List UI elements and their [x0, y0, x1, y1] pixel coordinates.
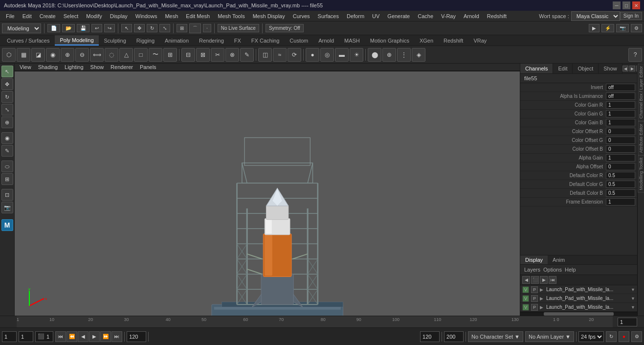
layer-2-name[interactable]: Launch_Pad_with_Missile_la... [546, 296, 629, 301]
offset-icon[interactable]: ⊠ [196, 48, 210, 62]
torus-icon[interactable]: ◎ [320, 48, 334, 62]
lasso-select-button[interactable]: ⬭ [1, 161, 13, 172]
menu-mesh-tools[interactable]: Mesh Tools [214, 12, 248, 20]
workspace-select[interactable]: Maya Classic [571, 11, 620, 21]
uv-editor-icon[interactable]: ⊕ [382, 48, 396, 62]
plane-icon[interactable]: ▬ [335, 48, 349, 62]
undo-button[interactable]: ↩ [91, 24, 102, 32]
snap-curve-button[interactable]: ⌒ [189, 23, 201, 33]
play-back-button[interactable]: ◀ [78, 331, 89, 342]
menu-arnold[interactable]: Arnold [460, 12, 483, 20]
menu-generate[interactable]: Generate [383, 12, 414, 20]
rotate-tool-button[interactable]: ↻ [147, 24, 157, 32]
tab-fx[interactable]: FX [229, 35, 246, 46]
minimize-button[interactable]: ─ [613, 1, 621, 9]
open-file-button[interactable]: 📂 [62, 24, 75, 32]
menu-select[interactable]: Select [60, 12, 83, 20]
timeline-ruler[interactable]: 1 10 20 30 40 50 60 70 80 90 100 110 120… [17, 316, 613, 327]
target-weld-icon[interactable]: ⊗ [225, 48, 239, 62]
attr-val-invert[interactable]: off [606, 84, 635, 91]
fps-select[interactable]: 24 fps [578, 331, 604, 342]
edge-tab-channel[interactable]: Channel Box / Layer Editor [638, 64, 644, 121]
menu-mesh[interactable]: Mesh [161, 12, 182, 20]
end-frame-input[interactable] [127, 331, 146, 342]
tab-fx-caching[interactable]: FX Caching [246, 35, 284, 46]
vp-menu-view[interactable]: View [17, 64, 34, 70]
tab-animation[interactable]: Animation [160, 35, 194, 46]
viewport[interactable]: View Shading Lighting Show Renderer Pane… [15, 64, 520, 316]
deform-icon[interactable]: 〜 [149, 48, 162, 62]
new-file-button[interactable]: 📄 [47, 24, 60, 32]
scale-mode-button[interactable]: ⤡ [1, 104, 13, 115]
layer-3-name[interactable]: Launch_Pad_with_Missile_la... [546, 304, 629, 310]
channels-tab[interactable]: Channels [520, 64, 553, 73]
material-icon[interactable]: ⬤ [368, 48, 381, 62]
maximize-button[interactable]: □ [622, 1, 630, 9]
component-mode-button[interactable]: ⊞ [1, 173, 13, 185]
layer-icon-3[interactable]: ▶ [540, 276, 548, 284]
poly-bridge-icon[interactable]: ▦ [17, 48, 30, 62]
select-mode-button[interactable]: ↖ [1, 66, 13, 77]
no-anim-layer-button[interactable]: No Anim Layer ▼ [525, 331, 574, 342]
menu-cache[interactable]: Cache [414, 12, 437, 20]
mode-select[interactable]: Modeling [2, 23, 41, 33]
poly-bool-icon[interactable]: ◉ [46, 48, 60, 62]
playback-settings-button[interactable]: ⚙ [631, 331, 642, 342]
viewport-scene[interactable]: x y persp [15, 71, 520, 316]
vp-menu-renderer[interactable]: Renderer [108, 64, 136, 70]
layers-subtab[interactable]: Layers [524, 267, 540, 273]
paint-icon[interactable]: ✎ [240, 48, 254, 62]
snap-to-grid-left-button[interactable]: ⊡ [1, 189, 13, 201]
retopo-icon[interactable]: ⟳ [288, 48, 301, 62]
poly-extrude-icon[interactable]: ⬡ [2, 48, 16, 62]
ipr-button[interactable]: ⚡ [601, 24, 614, 32]
snap-grid-button[interactable]: ⊞ [177, 24, 187, 32]
poly-combine-icon[interactable]: ⊕ [61, 48, 74, 62]
poly-quad-icon[interactable]: □ [134, 48, 148, 62]
frame-200-input[interactable] [444, 331, 464, 342]
move-tool-button[interactable]: ✥ [134, 24, 145, 32]
menu-mesh-display[interactable]: Mesh Display [249, 12, 289, 20]
layer-3-v-button[interactable]: V [522, 304, 529, 311]
poly-separate-icon[interactable]: ⊖ [75, 48, 89, 62]
attr-val-alpha-lum[interactable]: off [606, 92, 635, 100]
hypershade-icon[interactable]: ◈ [412, 48, 425, 62]
edge-tab-attribute[interactable]: Attribute Editor [638, 121, 644, 156]
start-frame-input[interactable] [2, 331, 17, 342]
vp-menu-show[interactable]: Show [88, 64, 107, 70]
scale-tool-button[interactable]: ⤡ [159, 24, 170, 32]
menu-curves[interactable]: Curves [289, 12, 314, 20]
layer-1-v-button[interactable]: V [522, 286, 529, 293]
attr-val-color-offset-g[interactable]: 0 [606, 137, 635, 144]
layer-3-p-button[interactable]: P [531, 304, 538, 311]
crease-icon[interactable]: ≈ [273, 48, 287, 62]
layer-1-name[interactable]: Launch_Pad_with_Missile_la... [546, 287, 629, 292]
anim-tab[interactable]: Anim [548, 255, 570, 264]
soft-select-button[interactable]: ◉ [1, 132, 13, 144]
menu-vray[interactable]: V-Ray [437, 12, 460, 20]
tab-xgen[interactable]: XGen [415, 35, 438, 46]
symmetry-button[interactable]: Symmetry: Off [266, 24, 304, 32]
poly-bevel-icon[interactable]: ◪ [31, 48, 45, 62]
lattice-icon[interactable]: ⊞ [163, 48, 177, 62]
menu-edit-mesh[interactable]: Edit Mesh [182, 12, 214, 20]
panel-icon-1[interactable]: ◀ [622, 66, 628, 71]
menu-create[interactable]: Create [36, 12, 60, 20]
step-back-button[interactable]: ⏪ [67, 331, 77, 342]
timeline-frame-input[interactable] [618, 318, 637, 326]
menu-redshift[interactable]: Redshift [483, 12, 511, 20]
tab-motion-graphics[interactable]: Motion Graphics [365, 35, 414, 46]
move-mode-button[interactable]: ✥ [1, 78, 13, 90]
edge-tab-modelling[interactable]: Modelling Toolkit [638, 155, 644, 192]
edit-tab[interactable]: Edit [553, 64, 573, 73]
auto-key-button[interactable]: ● [619, 331, 629, 342]
tab-arnold[interactable]: Arnold [313, 35, 339, 46]
attr-val-frame-ext[interactable]: 1 [606, 198, 635, 206]
tab-poly-modeling[interactable]: Poly Modeling [55, 35, 98, 46]
object-tab[interactable]: Object [573, 64, 599, 73]
universal-manip-button[interactable]: ⊕ [1, 116, 13, 128]
vp-menu-shading[interactable]: Shading [35, 64, 61, 70]
sphere-icon[interactable]: ● [306, 48, 319, 62]
tab-rigging[interactable]: Rigging [132, 35, 159, 46]
tab-redshift[interactable]: Redshift [439, 35, 468, 46]
